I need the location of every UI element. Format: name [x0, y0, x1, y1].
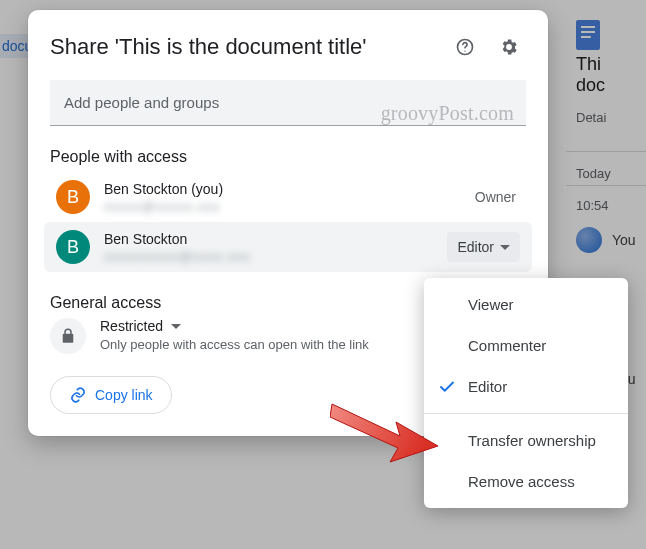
time-label: 10:54	[576, 198, 636, 213]
dialog-title: Share 'This is the document title'	[50, 34, 438, 60]
menu-item-transfer-ownership[interactable]: Transfer ownership	[424, 420, 628, 461]
person-name: Ben Stockton	[104, 231, 433, 247]
role-menu: Viewer Commenter Editor Transfer ownersh…	[424, 278, 628, 508]
side-tab: docu	[0, 34, 30, 58]
avatar: B	[56, 230, 90, 264]
doc-file-icon	[576, 20, 600, 50]
check-icon	[438, 378, 456, 396]
settings-button[interactable]	[492, 30, 526, 64]
person-email: xxxxxxxxxx@xxxx.xxx	[104, 249, 433, 264]
role-owner-label: Owner	[475, 189, 520, 205]
menu-separator	[424, 413, 628, 414]
svg-point-1	[464, 51, 465, 52]
detail-label: Detai	[576, 110, 636, 125]
menu-item-commenter[interactable]: Commenter	[424, 325, 628, 366]
help-button[interactable]	[448, 30, 482, 64]
caret-down-icon	[171, 324, 181, 329]
person-email: xxxxx@xxxxx.xxx	[104, 199, 461, 214]
doc-title-line1: Thi	[576, 54, 636, 75]
menu-item-remove-access[interactable]: Remove access	[424, 461, 628, 502]
role-dropdown-button[interactable]: Editor	[447, 232, 520, 262]
restricted-badge	[50, 318, 86, 354]
copy-link-button[interactable]: Copy link	[50, 376, 172, 414]
link-icon	[69, 386, 87, 404]
gear-icon	[499, 37, 519, 57]
general-access-label: Restricted	[100, 318, 163, 334]
menu-item-editor[interactable]: Editor	[424, 366, 628, 407]
menu-item-viewer[interactable]: Viewer	[424, 284, 628, 325]
user-dot-icon	[576, 227, 602, 253]
copy-link-label: Copy link	[95, 387, 153, 403]
avatar: B	[56, 180, 90, 214]
person-name: Ben Stockton (you)	[104, 181, 461, 197]
person-row-editor: B Ben Stockton xxxxxxxxxx@xxxx.xxx Edito…	[44, 222, 532, 272]
you-label: You	[612, 232, 636, 248]
doc-title-line2: doc	[576, 75, 636, 96]
people-with-access-heading: People with access	[50, 148, 526, 166]
lock-icon	[59, 327, 77, 345]
add-people-input[interactable]	[50, 80, 526, 125]
today-label: Today	[576, 166, 636, 181]
role-label: Editor	[457, 239, 494, 255]
help-icon	[455, 37, 475, 57]
person-row-owner: B Ben Stockton (you) xxxxx@xxxxx.xxx Own…	[50, 172, 526, 222]
caret-down-icon	[500, 245, 510, 250]
